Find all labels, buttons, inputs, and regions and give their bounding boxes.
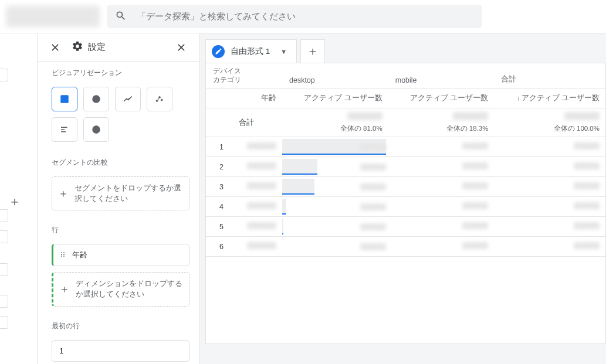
col-header-mobile[interactable]: mobile [388,63,495,89]
row-dimension-value [229,177,282,197]
row-index: 2 [206,157,229,177]
row-dimension-value [229,197,282,217]
rail-add-button[interactable]: ＋ [8,193,21,210]
data-cell [494,237,605,257]
metric-header-sorted[interactable]: アクティブ ユーザー数 [494,89,605,108]
totals-cell: 全体の 18.3% [388,108,495,137]
first-row-input[interactable] [52,340,189,362]
first-row-label: 最初の行 [52,322,189,334]
brand-logo-blurred [6,6,100,27]
metric-header[interactable]: アクティブ ユーザー数 [282,89,388,108]
dimension-drop-text: ディメンションをドロップするか選択してください [76,278,183,300]
search-box[interactable] [107,5,482,28]
row-index: 3 [206,177,229,197]
tab-freeform-1[interactable]: 自由形式 1 ▼ [205,39,297,63]
data-cell [282,177,388,197]
row-dimension-value [229,217,282,237]
data-cell [494,197,605,217]
totals-label: 合計 [206,108,282,137]
data-cell [388,137,495,157]
edit-icon [212,45,225,58]
data-cell [388,237,495,257]
totals-pct: 全体の 18.3% [394,124,489,133]
data-cell [282,217,388,237]
viz-barh-icon[interactable] [52,117,77,142]
gear-icon [72,40,83,54]
svg-point-22 [63,256,65,257]
rail-stub[interactable] [0,263,8,276]
svg-point-19 [61,256,62,257]
viz-table-icon[interactable] [52,87,77,111]
svg-point-4 [95,98,98,101]
svg-point-9 [161,99,162,101]
data-cell [282,197,388,217]
totals-cell: 全体の 100.0% [494,108,605,137]
col-header-desktop[interactable]: desktop [282,63,388,89]
device-category-header: デバイス カテゴリ [206,63,282,89]
plus-icon: ＋ [59,281,70,297]
svg-rect-0 [61,96,68,103]
drag-handle-icon[interactable] [59,251,66,260]
dimension-drop-zone[interactable]: ＋ ディメンションをドロップするか選択してください [52,272,189,306]
totals-pct: 全体の 81.0% [288,124,382,133]
segment-drop-text: セグメントをドロップするか選択してください [75,183,183,204]
row-index: 5 [206,217,229,237]
viz-donut-icon[interactable] [83,87,109,111]
data-cell [282,137,388,157]
totals-cell: 全体の 81.0% [282,108,388,137]
viz-geo-icon[interactable] [83,117,109,142]
svg-point-20 [63,252,65,253]
data-cell [388,157,495,177]
row-dimension-chip[interactable]: 年齢 [52,244,189,266]
rail-stub[interactable] [0,295,8,308]
rail-stub[interactable] [0,230,8,243]
add-tab-button[interactable]: ＋ [300,39,325,63]
metric-header[interactable]: アクティブ ユーザー数 [388,89,495,108]
svg-point-21 [63,254,65,255]
close-icon[interactable] [45,42,66,53]
viz-section-label: ビジュアリゼーション [52,69,189,81]
data-cell [282,237,388,257]
row-index: 4 [206,197,229,217]
row-index: 6 [206,237,229,257]
rail-stub[interactable] [0,209,8,222]
segment-drop-zone[interactable]: ＋ セグメントをドロップするか選択してください [52,176,189,210]
totals-pct: 全体の 100.0% [500,124,600,133]
svg-point-18 [61,254,62,255]
plus-icon: ＋ [58,186,69,201]
settings-title: 設定 [88,42,106,53]
data-cell [494,157,605,177]
data-cell [494,137,605,157]
chevron-down-icon[interactable]: ▼ [276,48,292,55]
data-cell [494,217,605,237]
data-cell [388,197,495,217]
row-dimension-value [229,237,282,257]
col-header-total[interactable]: 合計 [494,63,605,89]
data-cell [494,177,605,197]
canvas-area: 自由形式 1 ▼ ＋ デバイス カテゴリ desktop mobile 合計 年… [199,33,606,364]
svg-point-17 [61,252,62,253]
rows-section-label: 行 [52,226,189,238]
data-sheet: デバイス カテゴリ desktop mobile 合計 年齢 アクティブ ユーザ… [205,63,606,344]
row-dimension-value [229,137,282,157]
age-header[interactable]: 年齢 [206,89,282,108]
left-rail: ＋ [0,33,38,364]
data-cell [282,157,388,177]
search-icon [115,10,127,23]
data-cell [388,217,495,237]
rail-stub[interactable] [0,316,8,329]
row-chip-label: 年齢 [72,250,87,260]
close-icon[interactable] [171,42,192,53]
svg-point-10 [158,98,159,100]
viz-scatter-icon[interactable] [147,87,172,111]
segment-section-label: セグメントの比較 [52,158,189,171]
data-cell [388,177,495,197]
search-input[interactable] [137,12,474,21]
rail-stub[interactable] [0,69,8,81]
row-dimension-value [229,157,282,177]
svg-point-7 [156,100,158,102]
viz-line-icon[interactable] [115,87,141,111]
svg-point-8 [159,97,161,98]
settings-panel: 設定 ビジュアリゼーション [38,33,199,364]
row-index: 1 [206,137,229,157]
